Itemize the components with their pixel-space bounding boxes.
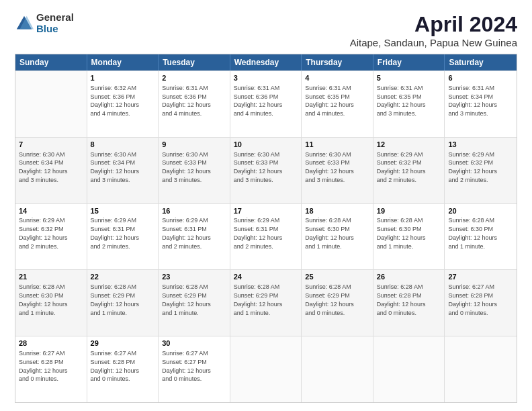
header-day-sunday: Sunday xyxy=(15,54,87,71)
day-cell-28: 28Sunrise: 6:27 AM Sunset: 6:28 PM Dayli… xyxy=(15,336,87,402)
day-number: 16 xyxy=(162,206,226,216)
calendar-body: 1Sunrise: 6:32 AM Sunset: 6:36 PM Daylig… xyxy=(15,71,517,402)
empty-cell xyxy=(445,336,517,402)
header-day-thursday: Thursday xyxy=(302,54,373,71)
calendar-week-4: 21Sunrise: 6:28 AM Sunset: 6:30 PM Dayli… xyxy=(15,269,517,336)
day-number: 18 xyxy=(305,206,369,216)
day-number: 2 xyxy=(162,73,226,83)
day-cell-17: 17Sunrise: 6:29 AM Sunset: 6:31 PM Dayli… xyxy=(230,204,302,270)
day-cell-7: 7Sunrise: 6:30 AM Sunset: 6:34 PM Daylig… xyxy=(15,138,87,203)
day-cell-13: 13Sunrise: 6:29 AM Sunset: 6:32 PM Dayli… xyxy=(445,138,517,203)
day-number: 1 xyxy=(91,73,155,83)
day-cell-14: 14Sunrise: 6:29 AM Sunset: 6:32 PM Dayli… xyxy=(15,204,87,270)
day-info: Sunrise: 6:29 AM Sunset: 6:31 PM Dayligh… xyxy=(234,217,283,249)
day-info: Sunrise: 6:28 AM Sunset: 6:29 PM Dayligh… xyxy=(162,283,211,316)
day-info: Sunrise: 6:28 AM Sunset: 6:30 PM Dayligh… xyxy=(448,217,497,249)
calendar-week-5: 28Sunrise: 6:27 AM Sunset: 6:28 PM Dayli… xyxy=(15,336,517,402)
day-cell-20: 20Sunrise: 6:28 AM Sunset: 6:30 PM Dayli… xyxy=(445,204,517,270)
day-cell-12: 12Sunrise: 6:29 AM Sunset: 6:32 PM Dayli… xyxy=(373,138,445,203)
day-info: Sunrise: 6:31 AM Sunset: 6:35 PM Dayligh… xyxy=(377,85,426,117)
header-day-wednesday: Wednesday xyxy=(230,54,302,71)
day-cell-23: 23Sunrise: 6:28 AM Sunset: 6:29 PM Dayli… xyxy=(159,270,230,336)
day-number: 10 xyxy=(234,140,298,150)
day-info: Sunrise: 6:28 AM Sunset: 6:28 PM Dayligh… xyxy=(377,283,426,316)
day-cell-19: 19Sunrise: 6:28 AM Sunset: 6:30 PM Dayli… xyxy=(373,204,445,270)
day-cell-24: 24Sunrise: 6:28 AM Sunset: 6:29 PM Dayli… xyxy=(230,270,302,336)
day-number: 14 xyxy=(19,206,83,216)
day-info: Sunrise: 6:28 AM Sunset: 6:29 PM Dayligh… xyxy=(91,283,140,316)
logo-icon xyxy=(15,14,34,33)
main-title: April 2024 xyxy=(350,12,517,37)
day-number: 8 xyxy=(91,140,155,150)
day-info: Sunrise: 6:31 AM Sunset: 6:35 PM Dayligh… xyxy=(305,85,354,117)
day-cell-6: 6Sunrise: 6:31 AM Sunset: 6:34 PM Daylig… xyxy=(445,71,517,137)
day-cell-30: 30Sunrise: 6:27 AM Sunset: 6:27 PM Dayli… xyxy=(159,336,230,402)
day-number: 4 xyxy=(305,73,369,83)
day-number: 24 xyxy=(234,272,298,282)
page: General Blue April 2024 Aitape, Sandaun,… xyxy=(0,0,532,411)
day-info: Sunrise: 6:32 AM Sunset: 6:36 PM Dayligh… xyxy=(91,85,140,117)
calendar-week-2: 7Sunrise: 6:30 AM Sunset: 6:34 PM Daylig… xyxy=(15,137,517,203)
calendar-header: SundayMondayTuesdayWednesdayThursdayFrid… xyxy=(15,54,517,71)
day-cell-16: 16Sunrise: 6:29 AM Sunset: 6:31 PM Dayli… xyxy=(159,204,230,270)
day-number: 26 xyxy=(377,272,441,282)
header-day-monday: Monday xyxy=(87,54,159,71)
day-info: Sunrise: 6:27 AM Sunset: 6:28 PM Dayligh… xyxy=(91,350,140,382)
header: General Blue April 2024 Aitape, Sandaun,… xyxy=(15,12,517,48)
logo: General Blue xyxy=(15,12,74,34)
day-number: 15 xyxy=(91,206,155,216)
day-number: 30 xyxy=(162,338,226,349)
day-number: 11 xyxy=(305,140,369,150)
calendar-week-1: 1Sunrise: 6:32 AM Sunset: 6:36 PM Daylig… xyxy=(15,71,517,137)
day-cell-5: 5Sunrise: 6:31 AM Sunset: 6:35 PM Daylig… xyxy=(373,71,445,137)
empty-cell xyxy=(302,336,373,402)
day-cell-29: 29Sunrise: 6:27 AM Sunset: 6:28 PM Dayli… xyxy=(87,336,159,402)
day-cell-2: 2Sunrise: 6:31 AM Sunset: 6:36 PM Daylig… xyxy=(159,71,230,137)
subtitle: Aitape, Sandaun, Papua New Guinea xyxy=(350,37,517,48)
day-number: 12 xyxy=(377,140,441,150)
day-cell-21: 21Sunrise: 6:28 AM Sunset: 6:30 PM Dayli… xyxy=(15,270,87,336)
day-info: Sunrise: 6:28 AM Sunset: 6:30 PM Dayligh… xyxy=(305,217,354,249)
day-info: Sunrise: 6:30 AM Sunset: 6:33 PM Dayligh… xyxy=(234,151,283,183)
day-info: Sunrise: 6:27 AM Sunset: 6:27 PM Dayligh… xyxy=(162,350,211,382)
calendar: SundayMondayTuesdayWednesdayThursdayFrid… xyxy=(15,54,517,403)
day-number: 6 xyxy=(448,73,513,83)
empty-cell xyxy=(373,336,445,402)
day-number: 29 xyxy=(91,338,155,349)
day-info: Sunrise: 6:29 AM Sunset: 6:31 PM Dayligh… xyxy=(91,217,140,249)
day-info: Sunrise: 6:28 AM Sunset: 6:30 PM Dayligh… xyxy=(377,217,426,249)
day-info: Sunrise: 6:31 AM Sunset: 6:34 PM Dayligh… xyxy=(448,85,497,117)
day-number: 13 xyxy=(448,140,513,150)
day-info: Sunrise: 6:31 AM Sunset: 6:36 PM Dayligh… xyxy=(234,85,283,117)
logo-blue: Blue xyxy=(36,24,74,35)
day-cell-10: 10Sunrise: 6:30 AM Sunset: 6:33 PM Dayli… xyxy=(230,138,302,203)
day-number: 3 xyxy=(234,73,298,83)
day-info: Sunrise: 6:28 AM Sunset: 6:29 PM Dayligh… xyxy=(305,283,354,316)
day-number: 28 xyxy=(19,338,83,349)
day-cell-18: 18Sunrise: 6:28 AM Sunset: 6:30 PM Dayli… xyxy=(302,204,373,270)
day-number: 22 xyxy=(91,272,155,282)
day-info: Sunrise: 6:30 AM Sunset: 6:34 PM Dayligh… xyxy=(91,151,140,183)
day-cell-15: 15Sunrise: 6:29 AM Sunset: 6:31 PM Dayli… xyxy=(87,204,159,270)
logo-general: General xyxy=(36,12,74,24)
day-info: Sunrise: 6:28 AM Sunset: 6:29 PM Dayligh… xyxy=(234,283,283,316)
day-info: Sunrise: 6:27 AM Sunset: 6:28 PM Dayligh… xyxy=(448,283,497,316)
day-number: 9 xyxy=(162,140,226,150)
title-block: April 2024 Aitape, Sandaun, Papua New Gu… xyxy=(350,12,517,48)
header-day-tuesday: Tuesday xyxy=(159,54,230,71)
day-number: 23 xyxy=(162,272,226,282)
day-number: 21 xyxy=(19,272,83,282)
header-day-saturday: Saturday xyxy=(445,54,517,71)
day-number: 7 xyxy=(19,140,83,150)
day-cell-9: 9Sunrise: 6:30 AM Sunset: 6:33 PM Daylig… xyxy=(159,138,230,203)
day-number: 19 xyxy=(377,206,441,216)
day-info: Sunrise: 6:29 AM Sunset: 6:32 PM Dayligh… xyxy=(377,151,426,183)
day-info: Sunrise: 6:30 AM Sunset: 6:34 PM Dayligh… xyxy=(19,151,68,183)
day-cell-3: 3Sunrise: 6:31 AM Sunset: 6:36 PM Daylig… xyxy=(230,71,302,137)
day-info: Sunrise: 6:29 AM Sunset: 6:31 PM Dayligh… xyxy=(162,217,211,249)
logo-text: General Blue xyxy=(36,12,74,34)
header-day-friday: Friday xyxy=(373,54,445,71)
calendar-week-3: 14Sunrise: 6:29 AM Sunset: 6:32 PM Dayli… xyxy=(15,203,517,270)
day-info: Sunrise: 6:27 AM Sunset: 6:28 PM Dayligh… xyxy=(19,350,68,382)
day-number: 27 xyxy=(448,272,513,282)
